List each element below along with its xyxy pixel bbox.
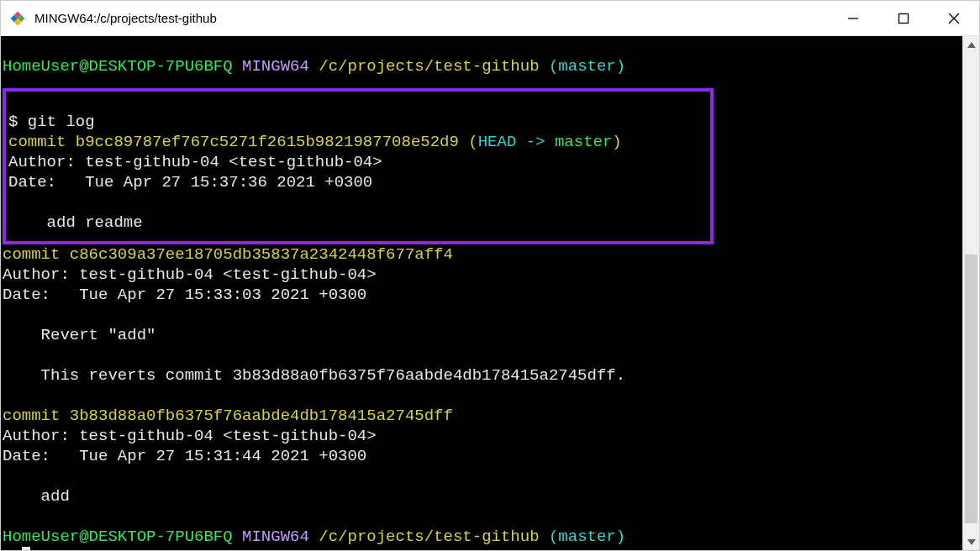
prompt-path: /c/projects/test-github: [319, 57, 539, 76]
commit-line: commit 3b83d88a0fb6375f76aabde4db178415a…: [3, 407, 453, 425]
head-branch: master: [555, 133, 612, 151]
window-controls: [828, 1, 979, 35]
prompt-branch: (master): [549, 57, 625, 76]
highlighted-commit-box: $ git log commit b9cc89787ef767c5271f261…: [3, 88, 714, 244]
commit-message: add readme: [8, 213, 143, 232]
scroll-up-button[interactable]: [963, 36, 979, 53]
app-icon: [1, 11, 34, 26]
svg-rect-1: [899, 13, 909, 23]
app-window: MINGW64:/c/projects/test-github HomeUser…: [0, 0, 980, 551]
titlebar[interactable]: MINGW64:/c/projects/test-github: [1, 1, 979, 36]
prompt-path: /c/projects/test-github: [319, 527, 539, 546]
commit-body: This reverts commit 3b83d88a0fb6375f76aa…: [3, 366, 625, 385]
commit-author: Author: test-github-04 <test-github-04>: [3, 265, 377, 284]
window-title: MINGW64:/c/projects/test-github: [34, 11, 828, 25]
vertical-scrollbar[interactable]: [962, 36, 979, 550]
close-button[interactable]: [929, 1, 979, 35]
scroll-down-button[interactable]: [963, 533, 979, 550]
head-label: HEAD ->: [478, 133, 555, 151]
head-paren-close: ): [612, 133, 621, 151]
maximize-button[interactable]: [878, 1, 929, 35]
commit-date: Date: Tue Apr 27 15:37:36 2021 +0300: [8, 173, 372, 192]
commit-line: commit b9cc89787ef767c5271f2615b98219877…: [8, 133, 459, 151]
head-paren-open: (: [459, 133, 478, 151]
commit-author: Author: test-github-04 <test-github-04>: [3, 427, 377, 445]
prompt-userhost: HomeUser@DESKTOP-7PU6BFQ: [3, 527, 233, 546]
prompt-dollar: $: [3, 548, 22, 550]
minimize-button[interactable]: [828, 1, 878, 35]
commit-author: Author: test-github-04 <test-github-04>: [8, 153, 382, 171]
commit-date: Date: Tue Apr 27 15:33:03 2021 +0300: [3, 286, 366, 304]
commit-date: Date: Tue Apr 27 15:31:44 2021 +0300: [3, 447, 366, 465]
prompt-userhost: HomeUser@DESKTOP-7PU6BFQ: [3, 57, 233, 76]
scroll-thumb[interactable]: [965, 255, 977, 523]
terminal[interactable]: HomeUser@DESKTOP-7PU6BFQ MINGW64 /c/proj…: [1, 36, 962, 550]
prompt-branch: (master): [549, 527, 625, 546]
commit-message: add: [3, 487, 70, 506]
command-text: git log: [28, 113, 95, 131]
prompt-shell: MINGW64: [242, 527, 309, 546]
prompt-dollar: $: [8, 113, 28, 131]
cursor: [22, 547, 30, 550]
commit-line: commit c86c309a37ee18705db35837a2342448f…: [3, 245, 453, 264]
commit-message: Revert "add": [3, 326, 155, 344]
prompt-shell: MINGW64: [242, 57, 309, 76]
